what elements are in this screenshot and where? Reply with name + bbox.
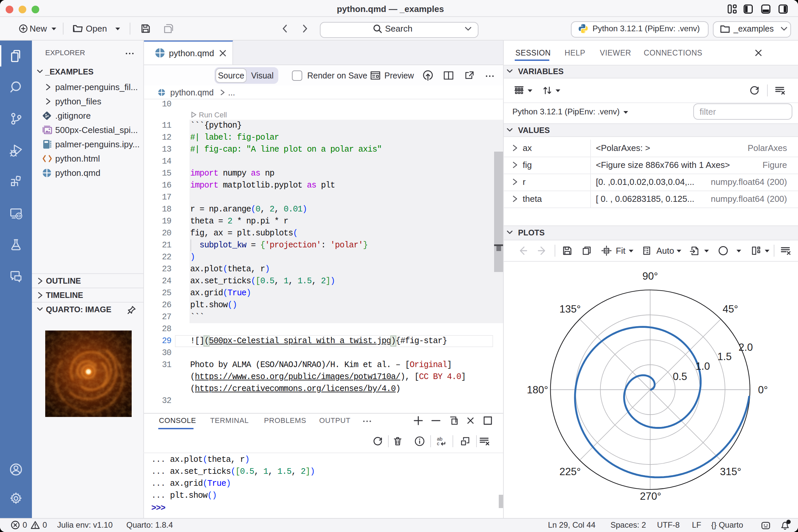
svg-text:1.5: 1.5 [717, 351, 732, 362]
svg-text:135°: 135° [559, 303, 581, 315]
svg-text:2.0: 2.0 [739, 341, 753, 353]
svg-text:1.0: 1.0 [696, 360, 710, 372]
svg-text:225°: 225° [559, 466, 581, 477]
svg-text:0°: 0° [758, 384, 768, 396]
svg-text:180°: 180° [527, 384, 548, 396]
svg-text:0.5: 0.5 [673, 371, 687, 382]
svg-text:270°: 270° [640, 491, 661, 502]
svg-text:45°: 45° [723, 303, 738, 315]
svg-text:315°: 315° [720, 466, 741, 477]
svg-text:c: c [437, 440, 440, 446]
svg-text:90°: 90° [642, 270, 658, 282]
